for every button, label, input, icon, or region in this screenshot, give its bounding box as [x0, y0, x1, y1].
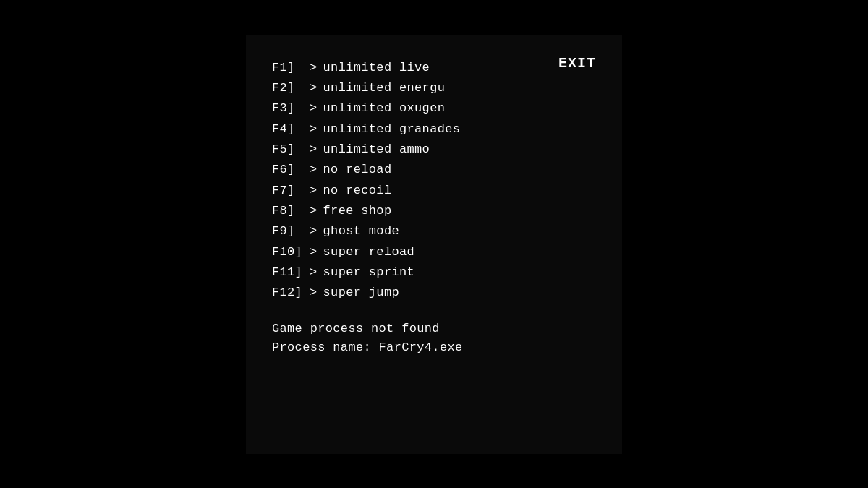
key-label: F12] [272, 283, 310, 302]
cheat-label: super reload [323, 243, 415, 262]
arrow-icon: > [310, 283, 318, 302]
menu-item[interactable]: F5]>unlimited ammo [272, 140, 596, 160]
status-section: Game process not found Process name: Far… [272, 317, 596, 358]
menu-item[interactable]: F10]>super reload [272, 242, 596, 262]
key-label: F10] [272, 243, 310, 262]
key-label: F8] [272, 202, 310, 221]
cheat-label: unlimited energu [323, 79, 446, 98]
arrow-icon: > [310, 79, 318, 98]
cheat-panel: EXIT F1]>unlimited liveF2]>unlimited ene… [246, 35, 622, 454]
cheat-label: unlimited ammo [323, 140, 430, 159]
menu-item[interactable]: F6]>no reload [272, 160, 596, 180]
cheat-label: free shop [323, 202, 392, 221]
arrow-icon: > [310, 59, 318, 77]
arrow-icon: > [310, 99, 318, 118]
cheat-label: super sprint [323, 263, 415, 282]
key-label: F5] [272, 140, 310, 159]
menu-item[interactable]: F3]>unlimited oxugen [272, 98, 596, 119]
status-line-2: Process name: FarCry4.exe [272, 338, 596, 357]
arrow-icon: > [310, 243, 318, 262]
cheat-label: no reload [323, 160, 392, 179]
key-label: F7] [272, 181, 310, 200]
key-label: F1] [272, 59, 310, 77]
arrow-icon: > [310, 181, 318, 200]
exit-button[interactable]: EXIT [558, 55, 596, 72]
key-label: F11] [272, 263, 310, 282]
arrow-icon: > [310, 120, 318, 139]
arrow-icon: > [310, 160, 318, 179]
menu-item[interactable]: F4]>unlimited granades [272, 119, 596, 140]
cheat-label: super jump [323, 283, 399, 302]
menu-item[interactable]: F2]>unlimited energu [272, 78, 596, 98]
key-label: F9] [272, 222, 310, 241]
cheat-label: unlimited granades [323, 120, 461, 139]
arrow-icon: > [310, 140, 318, 159]
menu-item[interactable]: F7]>no recoil [272, 181, 596, 201]
cheat-label: unlimited live [323, 59, 430, 77]
key-label: F3] [272, 99, 310, 118]
menu-item[interactable]: F12]>super jump [272, 283, 596, 303]
key-label: F2] [272, 79, 310, 98]
key-label: F6] [272, 160, 310, 179]
menu-item[interactable]: F9]>ghost mode [272, 221, 596, 241]
arrow-icon: > [310, 263, 318, 282]
cheat-label: unlimited oxugen [323, 99, 446, 118]
menu-item[interactable]: F1]>unlimited live [272, 58, 596, 78]
status-line-1: Game process not found [272, 320, 596, 338]
background: EXIT F1]>unlimited liveF2]>unlimited ene… [0, 0, 868, 488]
cheat-label: no recoil [323, 181, 392, 200]
arrow-icon: > [310, 222, 318, 241]
cheat-menu-list: F1]>unlimited liveF2]>unlimited energuF3… [272, 58, 596, 304]
menu-item[interactable]: F8]>free shop [272, 201, 596, 221]
cheat-label: ghost mode [323, 222, 399, 241]
key-label: F4] [272, 120, 310, 139]
menu-item[interactable]: F11]>super sprint [272, 262, 596, 283]
arrow-icon: > [310, 202, 318, 221]
